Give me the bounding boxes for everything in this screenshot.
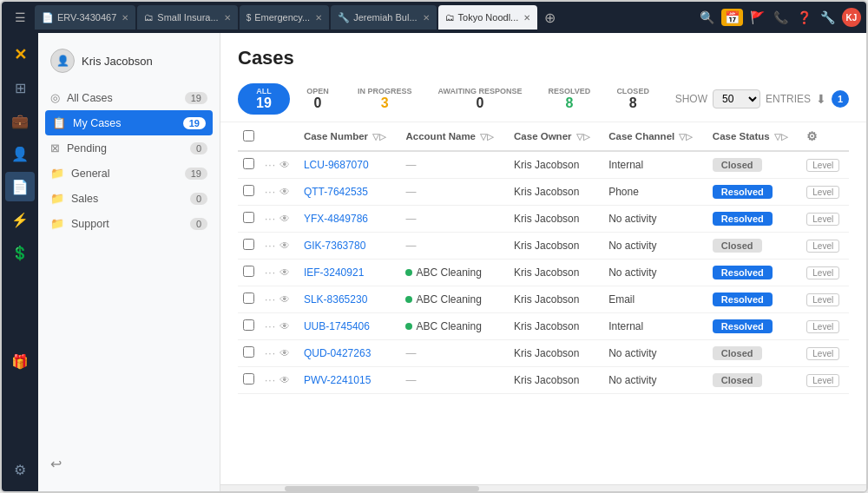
row-view-icon[interactable]: 👁 <box>279 293 290 306</box>
tab-close-erv[interactable]: ✕ <box>122 13 128 23</box>
help-icon[interactable]: ❓ <box>795 9 813 26</box>
table-settings-icon[interactable]: ⚙ <box>806 129 818 143</box>
column-settings-button[interactable]: 1 <box>832 90 849 108</box>
case-number-link[interactable]: PWV-2241015 <box>304 374 371 386</box>
th-case-number[interactable]: Case Number ▽▷ <box>299 122 401 151</box>
row-actions-dots[interactable]: ··· <box>265 374 276 386</box>
case-number-link[interactable]: SLK-8365230 <box>304 293 367 306</box>
nav-person[interactable]: 👤 <box>5 139 35 168</box>
case-number-link[interactable]: YFX-4849786 <box>304 213 368 225</box>
case-number-link[interactable]: IEF-3240921 <box>304 266 364 279</box>
filter-tab-resolved[interactable]: RESOLVED 8 <box>536 83 603 115</box>
nav-document[interactable]: 📄 <box>5 172 35 201</box>
level-badge[interactable]: Level <box>806 266 839 279</box>
calendar-icon[interactable]: 📅 <box>721 9 743 26</box>
row-checkbox[interactable] <box>243 266 254 277</box>
filter-tab-awaiting[interactable]: AWAITING RESPONSE 0 <box>426 83 535 115</box>
case-number-link[interactable]: QUD-0427263 <box>304 347 371 359</box>
row-checkbox[interactable] <box>243 293 254 304</box>
row-view-icon[interactable]: 👁 <box>279 266 290 279</box>
sidebar-item-general[interactable]: 📁 General 19 <box>38 161 220 186</box>
tab-jeremiah[interactable]: 🔧 Jeremiah Bul... ✕ <box>331 5 436 30</box>
horizontal-scrollbar[interactable] <box>220 484 866 491</box>
row-view-icon[interactable]: 👁 <box>279 186 290 198</box>
row-checkbox[interactable] <box>243 158 254 169</box>
nav-grid[interactable]: ⊞ <box>5 73 35 102</box>
tab-close-emergency[interactable]: ✕ <box>315 13 322 23</box>
case-number-link[interactable]: LCU-9687070 <box>304 159 369 171</box>
row-actions-dots[interactable]: ··· <box>265 266 276 279</box>
row-checkbox[interactable] <box>243 239 254 250</box>
search-icon[interactable]: 🔍 <box>698 9 716 26</box>
th-settings[interactable]: ⚙ <box>801 122 849 151</box>
row-channel-cell: Email <box>603 286 707 313</box>
tab-close-small[interactable]: ✕ <box>224 13 231 23</box>
wrench-icon[interactable]: 🔧 <box>819 9 837 26</box>
row-actions-dots[interactable]: ··· <box>265 213 276 225</box>
sidebar-item-sales[interactable]: 📁 Sales 0 <box>38 186 220 211</box>
th-case-status[interactable]: Case Status ▽▷ <box>707 122 801 151</box>
nav-dollar[interactable]: 💲 <box>5 238 35 267</box>
select-all-checkbox[interactable] <box>243 130 254 141</box>
level-badge[interactable]: Level <box>806 240 839 253</box>
filter-tab-in-progress[interactable]: IN PROGRESS 3 <box>345 83 424 115</box>
nav-settings[interactable]: ⚙ <box>5 455 35 484</box>
level-badge[interactable]: Level <box>806 374 839 387</box>
th-case-owner[interactable]: Case Owner ▽▷ <box>509 122 603 151</box>
row-checkbox[interactable] <box>243 185 254 196</box>
row-actions-dots[interactable]: ··· <box>265 347 276 359</box>
tab-add-button[interactable]: ⊕ <box>539 10 561 26</box>
row-checkbox[interactable] <box>243 319 254 331</box>
tab-small[interactable]: 🗂 Small Insura... ✕ <box>137 5 237 30</box>
tab-tokyo[interactable]: 🗂 Tokyo Noodl... ✕ <box>438 5 538 30</box>
th-case-channel[interactable]: Case Channel ▽▷ <box>603 122 707 151</box>
row-actions-dots[interactable]: ··· <box>265 159 276 171</box>
phone-icon[interactable]: 📞 <box>772 9 790 26</box>
row-actions-dots[interactable]: ··· <box>265 320 276 332</box>
level-badge[interactable]: Level <box>806 213 839 226</box>
filter-tab-all[interactable]: ALL 19 <box>238 83 290 115</box>
filter-tab-closed[interactable]: CLOSED 8 <box>604 83 661 115</box>
row-view-icon[interactable]: 👁 <box>279 374 290 386</box>
tab-emergency[interactable]: $ Emergency... ✕ <box>240 5 330 30</box>
show-select[interactable]: 50 25 100 <box>713 89 760 108</box>
sidebar-item-support[interactable]: 📁 Support 0 <box>38 211 220 236</box>
nav-briefcase[interactable]: 💼 <box>5 106 35 135</box>
tab-erv[interactable]: 📄 ERV-3430467 ✕ <box>35 5 135 30</box>
level-badge[interactable]: Level <box>806 347 839 360</box>
level-badge[interactable]: Level <box>806 159 839 172</box>
level-badge[interactable]: Level <box>806 293 839 306</box>
sidebar-item-my-cases[interactable]: 📋 My Cases 19 <box>45 110 213 135</box>
filter-tab-open[interactable]: OPEN 0 <box>292 83 344 115</box>
case-number-link[interactable]: GIK-7363780 <box>304 240 365 252</box>
row-checkbox[interactable] <box>243 212 254 223</box>
flag-icon[interactable]: 🚩 <box>748 9 766 26</box>
download-icon[interactable]: ⬇ <box>816 92 826 106</box>
row-view-icon[interactable]: 👁 <box>279 159 290 171</box>
case-number-link[interactable]: UUB-1745406 <box>304 320 370 332</box>
row-actions-dots[interactable]: ··· <box>265 240 276 252</box>
row-view-icon[interactable]: 👁 <box>279 213 290 225</box>
sidebar-item-all-cases[interactable]: ◎ All Cases 19 <box>38 85 220 110</box>
tab-close-tokyo[interactable]: ✕ <box>523 13 530 23</box>
hamburger-icon[interactable]: ☰ <box>7 3 33 32</box>
row-actions-dots[interactable]: ··· <box>265 293 276 306</box>
sidebar-collapse-icon[interactable]: ↩ <box>50 457 62 471</box>
level-badge[interactable]: Level <box>806 320 839 333</box>
nav-logo[interactable]: ✕ <box>5 40 35 69</box>
row-checkbox[interactable] <box>243 373 254 385</box>
row-actions-dots[interactable]: ··· <box>265 186 276 198</box>
row-view-icon[interactable]: 👁 <box>279 347 290 359</box>
nav-gift[interactable]: 🎁 <box>5 346 35 376</box>
row-view-icon[interactable]: 👁 <box>279 320 290 332</box>
row-checkbox[interactable] <box>243 346 254 358</box>
tab-close-jeremiah[interactable]: ✕ <box>423 13 430 23</box>
user-avatar[interactable]: KJ <box>842 8 861 27</box>
case-number-link[interactable]: QTT-7642535 <box>304 186 368 198</box>
sidebar-item-pending[interactable]: ⊠ Pending 0 <box>38 135 220 161</box>
row-view-icon[interactable]: 👁 <box>279 240 290 252</box>
nav-filter[interactable]: ⚡ <box>5 205 35 234</box>
case-owner-name: Kris Jacobson <box>514 240 579 252</box>
level-badge[interactable]: Level <box>806 186 839 199</box>
th-account-name[interactable]: Account Name ▽▷ <box>400 122 509 151</box>
